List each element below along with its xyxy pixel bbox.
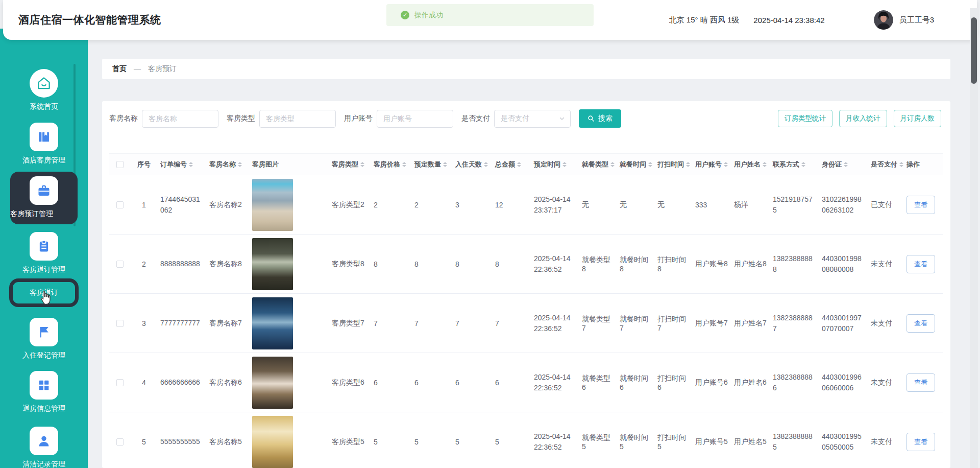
- username[interactable]: 员工工号3: [899, 15, 934, 25]
- view-button[interactable]: 查看: [906, 433, 935, 451]
- table-row: 4 6666666666 客房名称6 客房类型6 6 6 6 6 2025-04…: [109, 353, 943, 412]
- row-checkbox[interactable]: [116, 201, 124, 208]
- sort-icon[interactable]: [238, 162, 242, 167]
- row-checkbox[interactable]: [116, 261, 124, 268]
- sort-icon[interactable]: [844, 162, 848, 167]
- sidebar-item-checkin[interactable]: 入住登记管理: [0, 318, 88, 360]
- page-scrollbar-thumb[interactable]: [971, 17, 977, 84]
- cell-stay-days: 3: [452, 175, 492, 234]
- sort-icon[interactable]: [189, 162, 193, 167]
- row-checkbox[interactable]: [116, 320, 124, 327]
- monthly-bookings-stats-button[interactable]: 月订房人数: [894, 110, 942, 127]
- sidebar-item-cleaning-records[interactable]: 清洁记录管理: [0, 427, 88, 468]
- col-user-account[interactable]: 用户账号: [692, 154, 731, 175]
- page-scrollbar[interactable]: [970, 8, 978, 468]
- col-order-no[interactable]: 订单编号: [157, 154, 206, 175]
- cell-stay-days: 8: [452, 235, 492, 293]
- sort-icon[interactable]: [360, 162, 364, 167]
- booking-type-stats-button[interactable]: 订房类型统计: [778, 110, 832, 127]
- cell-room-type: 客房类型8: [329, 235, 371, 293]
- row-checkbox[interactable]: [116, 379, 124, 386]
- sort-icon[interactable]: [801, 162, 805, 167]
- view-button[interactable]: 查看: [906, 255, 935, 273]
- col-actions: 操作: [903, 154, 943, 175]
- breadcrumb: 首页 — 客房预订: [102, 59, 950, 79]
- col-room-name[interactable]: 客房名称: [206, 154, 249, 175]
- view-button[interactable]: 查看: [906, 314, 935, 333]
- view-button[interactable]: 查看: [906, 373, 935, 392]
- select-all-checkbox[interactable]: [116, 161, 124, 168]
- sidebar-item-hotel-rooms[interactable]: 酒店客房管理: [0, 123, 88, 165]
- cell-user-account: 用户账号7: [692, 294, 731, 353]
- sort-icon[interactable]: [648, 162, 652, 167]
- sort-icon[interactable]: [763, 162, 767, 167]
- room-name-input[interactable]: [142, 110, 218, 128]
- cell-quantity: 5: [411, 412, 452, 468]
- cell-paid-status: 未支付: [868, 412, 903, 468]
- sort-icon[interactable]: [443, 162, 447, 167]
- col-stay-days[interactable]: 入住天数: [452, 154, 492, 175]
- cell-contact: 13823888887: [770, 294, 819, 353]
- cell-meal-time: 就餐时间8: [617, 235, 654, 293]
- account-input[interactable]: [377, 110, 453, 128]
- sort-icon[interactable]: [724, 162, 728, 167]
- select-all-cell: [109, 154, 131, 175]
- sort-icon[interactable]: [686, 162, 690, 167]
- table-header: 序号 订单编号 客房名称 客房图片 客房类型 客房价格 预定数量 入住天数 总金…: [109, 154, 943, 175]
- col-contact[interactable]: 联系方式: [770, 154, 819, 175]
- success-toast: ✓ 操作成功: [386, 4, 594, 26]
- user-avatar[interactable]: [874, 10, 893, 30]
- col-booking-time[interactable]: 预定时间: [531, 154, 579, 175]
- col-user-name[interactable]: 用户姓名: [731, 154, 770, 175]
- paid-select[interactable]: 是否支付: [494, 110, 571, 128]
- sort-icon[interactable]: [484, 162, 488, 167]
- col-meal-type[interactable]: 就餐类型: [579, 154, 617, 175]
- search-button[interactable]: 搜索: [579, 109, 621, 128]
- room-image[interactable]: [252, 357, 293, 409]
- col-room-type[interactable]: 客房类型: [329, 154, 371, 175]
- cell-user-name: 用户姓名7: [731, 294, 770, 353]
- row-checkbox[interactable]: [116, 438, 124, 446]
- sidebar-item-label: 客房预订管理: [10, 209, 78, 219]
- sort-icon[interactable]: [402, 162, 406, 167]
- col-room-price[interactable]: 客房价格: [371, 154, 411, 175]
- room-image[interactable]: [252, 179, 293, 231]
- cell-meal-time: 就餐时间7: [617, 294, 654, 353]
- cell-order-no: 7777777777: [157, 294, 206, 353]
- col-quantity[interactable]: 预定数量: [411, 154, 452, 175]
- sort-icon[interactable]: [610, 162, 615, 167]
- col-total-amount[interactable]: 总金额: [492, 154, 531, 175]
- breadcrumb-home[interactable]: 首页: [112, 64, 127, 74]
- table-row: 5 5555555555 客房名称5 客房类型5 5 5 5 5 2025-04…: [109, 412, 943, 468]
- cell-user-account: 333: [692, 175, 731, 234]
- cell-select: [109, 175, 131, 234]
- sort-icon[interactable]: [899, 162, 903, 167]
- view-button[interactable]: 查看: [906, 196, 935, 214]
- table-row: 3 7777777777 客房名称7 客房类型7 7 7 7 7 2025-04…: [109, 294, 943, 353]
- weather-info: 北京 15° 晴 西风 1级: [669, 15, 740, 25]
- sort-icon[interactable]: [517, 162, 521, 167]
- sidebar-item-home[interactable]: 系统首页: [0, 69, 88, 111]
- sort-icon[interactable]: [562, 162, 567, 167]
- col-room-image: 客房图片: [249, 154, 329, 175]
- col-meal-time[interactable]: 就餐时间: [617, 154, 654, 175]
- sidebar-item-room-booking-active[interactable]: 客房预订管理: [10, 172, 78, 224]
- room-image[interactable]: [252, 238, 293, 290]
- content-card: 客房名称 客房类型 用户账号 是否支付 是否支付 搜索 订房类型统计 月收入统计…: [102, 101, 950, 468]
- cell-cleaning-time: 打扫时间7: [654, 294, 692, 353]
- col-paid-status[interactable]: 是否支付: [868, 154, 903, 175]
- cell-paid-status: 未支付: [868, 353, 903, 412]
- cell-user-name: 用户姓名5: [731, 412, 770, 468]
- monthly-income-stats-button[interactable]: 月收入统计: [839, 110, 887, 127]
- room-image[interactable]: [252, 416, 293, 468]
- chevron-down-icon: [559, 115, 565, 122]
- room-image[interactable]: [252, 297, 293, 349]
- cell-room-image: [249, 235, 329, 293]
- sidebar-item-checkout-info[interactable]: 退房信息管理: [0, 371, 88, 413]
- cell-room-name: 客房名称6: [206, 353, 249, 412]
- cell-cleaning-time: 无: [654, 175, 692, 234]
- sidebar-item-room-cancel-mgmt[interactable]: 客房退订管理: [0, 232, 88, 274]
- col-id-card[interactable]: 身份证: [819, 154, 868, 175]
- col-cleaning-time[interactable]: 打扫时间: [654, 154, 692, 175]
- room-type-input[interactable]: [259, 110, 336, 128]
